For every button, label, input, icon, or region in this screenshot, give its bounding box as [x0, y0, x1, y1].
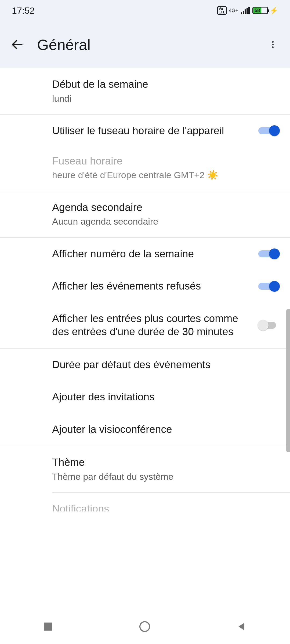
nav-home-button[interactable]	[139, 621, 151, 632]
setting-notifications[interactable]: Notifications	[0, 493, 290, 511]
switch-short-entries[interactable]	[258, 320, 279, 330]
page-title: Général	[37, 36, 265, 53]
setting-title: Afficher numéro de la semaine	[52, 247, 253, 261]
setting-value: Thème par défaut du système	[52, 471, 274, 482]
setting-add-invitations[interactable]: Ajouter des invitations	[0, 381, 290, 413]
setting-title: Afficher les événements refusés	[52, 280, 253, 293]
circle-icon	[139, 621, 151, 632]
setting-title: Agenda secondaire	[52, 201, 274, 214]
svg-point-1	[272, 44, 274, 45]
setting-title: Ajouter des invitations	[52, 390, 274, 404]
overflow-menu-button[interactable]	[265, 36, 281, 53]
setting-value: lundi	[52, 93, 274, 104]
setting-default-event-duration[interactable]: Durée par défaut des événements	[0, 349, 290, 381]
volte-icon: Vo LTE	[217, 6, 227, 14]
svg-point-0	[272, 41, 274, 43]
status-time: 17:52	[12, 5, 35, 16]
scrollbar-thumb[interactable]	[286, 309, 290, 452]
setting-title: Utiliser le fuseau horaire de l'appareil	[52, 124, 253, 137]
navigation-bar	[0, 609, 290, 644]
setting-title: Afficher les entrées plus courtes comme …	[52, 312, 253, 338]
setting-title: Thème	[52, 456, 274, 469]
setting-timezone: Fuseau horaire heure d'été d'Europe cent…	[0, 147, 290, 191]
setting-title: Notifications	[52, 503, 109, 511]
network-type-label: 4G+	[229, 8, 238, 13]
triangle-left-icon	[236, 621, 247, 632]
battery-percent: 58	[253, 8, 261, 13]
svg-point-4	[140, 622, 150, 631]
svg-point-2	[272, 46, 274, 48]
status-bar: 17:52 Vo LTE 4G+ 58 ⚡	[0, 0, 290, 21]
setting-alternate-calendar[interactable]: Agenda secondaire Aucun agenda secondair…	[0, 191, 290, 237]
switch-show-declined[interactable]	[258, 281, 279, 291]
setting-theme[interactable]: Thème Thème par défaut du système	[0, 446, 290, 492]
arrow-left-icon	[10, 38, 24, 52]
back-button[interactable]	[9, 36, 25, 53]
switch-use-device-timezone[interactable]	[258, 126, 279, 136]
settings-list: Début de la semaine lundi Utiliser le fu…	[0, 68, 290, 511]
battery-icon: 58	[252, 7, 268, 14]
setting-week-start[interactable]: Début de la semaine lundi	[0, 68, 290, 114]
svg-rect-3	[44, 623, 52, 631]
setting-value: Aucun agenda secondaire	[52, 215, 274, 227]
square-icon	[43, 621, 53, 632]
more-vert-icon	[268, 40, 277, 49]
setting-use-device-timezone[interactable]: Utiliser le fuseau horaire de l'appareil	[0, 115, 290, 147]
setting-show-declined-events[interactable]: Afficher les événements refusés	[0, 270, 290, 302]
setting-title: Durée par défaut des événements	[52, 358, 274, 371]
setting-title: Début de la semaine	[52, 78, 274, 91]
charging-icon: ⚡	[270, 6, 278, 15]
setting-title: Ajouter la visioconférence	[52, 423, 274, 436]
setting-show-week-number[interactable]: Afficher numéro de la semaine	[0, 238, 290, 270]
nav-recent-button[interactable]	[43, 621, 53, 632]
signal-strength-icon	[241, 7, 250, 14]
nav-back-button[interactable]	[236, 621, 247, 632]
setting-short-entries-30min[interactable]: Afficher les entrées plus courtes comme …	[0, 302, 290, 348]
setting-value: heure d'été d'Europe centrale GMT+2 ☀️	[52, 169, 274, 181]
app-bar: Général	[0, 21, 290, 68]
setting-add-videoconference[interactable]: Ajouter la visioconférence	[0, 413, 290, 446]
setting-title: Fuseau horaire	[52, 155, 274, 168]
switch-show-week-number[interactable]	[258, 249, 279, 259]
status-right: Vo LTE 4G+ 58 ⚡	[217, 6, 278, 14]
